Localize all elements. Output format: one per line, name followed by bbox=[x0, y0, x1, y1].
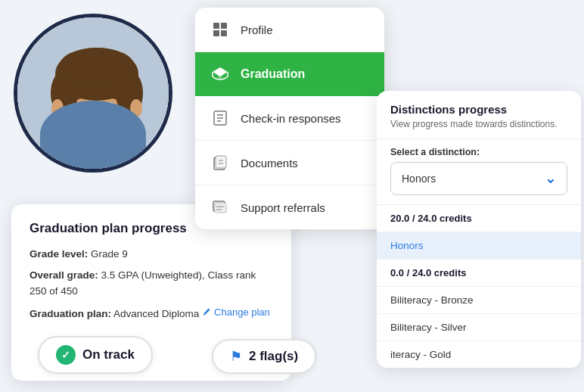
svg-point-9 bbox=[78, 102, 90, 111]
overall-label: Overall grade: bbox=[30, 269, 98, 281]
distinction-selected-value: Honors bbox=[402, 173, 436, 185]
dropdown-item-honors[interactable]: Honors bbox=[377, 232, 581, 260]
dropdown-item-biliteracy-silver[interactable]: Biliteracy - Silver bbox=[377, 314, 581, 341]
nav-item-documents[interactable]: Documents bbox=[195, 141, 384, 185]
navigation-card: Profile Graduation Check-in responses bbox=[195, 8, 384, 229]
svg-rect-22 bbox=[213, 23, 219, 29]
grade-label: Grade level: bbox=[30, 248, 88, 260]
plan-value: Advanced Diploma bbox=[113, 308, 202, 319]
distinctions-panel: Distinctions progress View progress made… bbox=[377, 91, 581, 368]
chevron-down-icon: ⌄ bbox=[545, 170, 556, 187]
grade-level-row: Grade level: Grade 9 bbox=[30, 247, 273, 262]
documents-label: Documents bbox=[241, 157, 298, 170]
pencil-icon bbox=[202, 307, 211, 316]
svg-point-26 bbox=[218, 74, 222, 79]
nav-item-checkin[interactable]: Check-in responses bbox=[195, 96, 384, 141]
svg-point-12 bbox=[106, 104, 113, 110]
profile-label: Profile bbox=[241, 23, 273, 36]
nav-item-support[interactable]: Support referrals bbox=[195, 185, 384, 229]
on-track-check-icon: ✓ bbox=[56, 345, 76, 365]
profile-icon bbox=[210, 20, 230, 39]
distinctions-title: Distinctions progress bbox=[390, 103, 567, 116]
change-plan-link[interactable]: Change plan bbox=[202, 305, 270, 320]
svg-point-11 bbox=[80, 104, 88, 110]
svg-point-20 bbox=[51, 99, 64, 117]
overall-grade-row: Overall grade: 3.5 GPA (Unweighted), Cla… bbox=[30, 268, 273, 299]
flags-badge[interactable]: ⚑ 2 flag(s) bbox=[212, 339, 316, 374]
distinction-select[interactable]: Honors ⌄ bbox=[390, 162, 567, 195]
nav-item-profile[interactable]: Profile bbox=[195, 8, 384, 52]
dropdown-item-biliteracy-gold[interactable]: iteracy - Gold bbox=[377, 341, 581, 368]
plan-label: Graduation plan: bbox=[30, 308, 111, 319]
svg-rect-13 bbox=[85, 133, 108, 139]
graduation-plan-row: Graduation plan: Advanced Diploma Change… bbox=[30, 305, 273, 322]
svg-rect-25 bbox=[221, 30, 227, 36]
svg-rect-24 bbox=[213, 30, 219, 36]
distinctions-subtitle: View progress made towards distinctions. bbox=[390, 119, 567, 129]
svg-point-8 bbox=[59, 48, 135, 86]
checkin-icon bbox=[210, 108, 230, 128]
svg-point-2 bbox=[40, 131, 154, 169]
distinction-dropdown-list: 20.0 / 24.0 credits Honors 0.0 / 24.0 cr… bbox=[377, 204, 581, 368]
flag-icon: ⚑ bbox=[230, 348, 242, 365]
documents-icon bbox=[210, 153, 230, 173]
flags-text: 2 flag(s) bbox=[249, 349, 298, 364]
nav-item-graduation[interactable]: Graduation bbox=[195, 52, 384, 96]
svg-point-21 bbox=[130, 99, 142, 117]
dropdown-item-credits-2[interactable]: 0.0 / 24.0 credits bbox=[377, 260, 581, 287]
graduation-label: Graduation bbox=[241, 67, 305, 81]
svg-rect-3 bbox=[84, 127, 110, 154]
support-icon bbox=[210, 198, 230, 217]
on-track-badge[interactable]: ✓ On track bbox=[38, 336, 153, 374]
distinction-select-label: Select a distinction: bbox=[377, 139, 581, 162]
checkin-label: Check-in responses bbox=[241, 112, 341, 125]
dropdown-item-biliteracy-bronze[interactable]: Biliteracy - Bronze bbox=[377, 287, 581, 314]
grade-value: Grade 9 bbox=[91, 248, 128, 260]
svg-rect-23 bbox=[221, 23, 227, 29]
graduation-icon bbox=[210, 64, 230, 84]
svg-point-10 bbox=[104, 102, 116, 111]
svg-rect-34 bbox=[216, 156, 226, 168]
dropdown-item-credits-1[interactable]: 20.0 / 24.0 credits bbox=[377, 205, 581, 232]
distinctions-header: Distinctions progress View progress made… bbox=[377, 91, 581, 139]
svg-rect-38 bbox=[215, 203, 226, 213]
on-track-text: On track bbox=[82, 347, 135, 362]
student-avatar bbox=[14, 14, 172, 173]
support-label: Support referrals bbox=[241, 201, 325, 214]
